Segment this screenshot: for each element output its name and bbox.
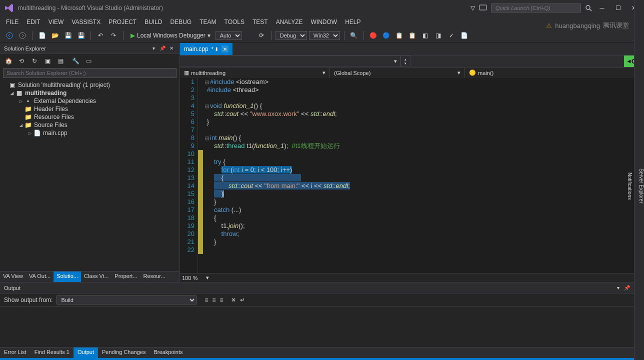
- va-icon-6[interactable]: ◨: [433, 30, 444, 41]
- maximize-button[interactable]: ☐: [612, 3, 624, 13]
- menu-window[interactable]: WINDOW: [306, 18, 341, 26]
- nav-dropdown[interactable]: ▾: [180, 56, 400, 67]
- va-icon-5[interactable]: ◧: [420, 30, 431, 41]
- save-icon[interactable]: 💾: [62, 30, 74, 41]
- undo-icon[interactable]: ↶: [95, 30, 106, 41]
- output-text[interactable]: [0, 306, 644, 347]
- output-tool-1[interactable]: ≡: [204, 296, 208, 304]
- home-icon[interactable]: 🏠: [3, 56, 14, 66]
- tab-find-results[interactable]: Find Results 1: [30, 348, 74, 358]
- tab-output[interactable]: Output: [74, 348, 98, 358]
- server-explorer-tab[interactable]: Server Explorer: [638, 168, 644, 203]
- panel-dropdown-icon[interactable]: ▾: [150, 44, 158, 52]
- new-project-icon[interactable]: 📄: [36, 30, 48, 41]
- solution-search-input[interactable]: [3, 68, 176, 78]
- config-platform-select[interactable]: Win32: [309, 31, 340, 40]
- config-debug-select[interactable]: Debug: [276, 31, 307, 40]
- cpp-file-icon: 📄: [33, 130, 41, 136]
- project-node[interactable]: ◢▦multithreading: [0, 89, 180, 97]
- properties-icon[interactable]: 🔧: [70, 56, 81, 66]
- nav-down-icon[interactable]: ▾: [404, 62, 406, 66]
- va-icon-8[interactable]: 📄: [459, 30, 470, 41]
- output-pin-icon[interactable]: 📌: [623, 284, 631, 292]
- menu-test[interactable]: TEST: [248, 18, 272, 26]
- menu-team[interactable]: TEAM: [196, 18, 220, 26]
- nav-back-icon[interactable]: [4, 30, 15, 41]
- sync-icon[interactable]: ⟲: [16, 56, 27, 66]
- va-icon-4[interactable]: 📋: [407, 30, 418, 41]
- output-clear-icon[interactable]: ✕: [231, 296, 236, 304]
- crumb-project[interactable]: ▦ multithreading▾: [180, 68, 330, 78]
- menu-analyze[interactable]: ANALYZE: [272, 18, 307, 26]
- solution-tree[interactable]: ▣Solution 'multithreading' (1 project) ◢…: [0, 80, 180, 271]
- tab-solution[interactable]: Solutio...: [54, 272, 81, 282]
- external-deps-node[interactable]: ▷▪External Dependencies: [0, 97, 180, 105]
- crumb-scope[interactable]: (Global Scope)▾: [330, 68, 465, 78]
- tab-close-icon[interactable]: ✕: [222, 46, 228, 52]
- menu-vassistx[interactable]: VASSISTX: [68, 18, 104, 26]
- tab-properties[interactable]: Propert...: [112, 272, 140, 282]
- output-wrap-icon[interactable]: ↵: [240, 296, 245, 304]
- collapse-icon[interactable]: ▣: [42, 56, 53, 66]
- source-files-node[interactable]: ◢📁Source Files: [0, 121, 180, 129]
- zoom-level[interactable]: 100 %: [182, 275, 206, 281]
- minimize-button[interactable]: ─: [596, 3, 608, 13]
- flag-icon[interactable]: ▽: [470, 4, 475, 12]
- show-all-icon[interactable]: ▤: [55, 56, 66, 66]
- va-icon-2[interactable]: 🔵: [381, 30, 392, 41]
- tab-class-view[interactable]: Class Vi...: [81, 272, 112, 282]
- menu-build[interactable]: BUILD: [140, 18, 166, 26]
- nav-forward-icon[interactable]: [17, 30, 28, 41]
- output-tool-2[interactable]: ≡: [212, 296, 216, 304]
- panel-pin-icon[interactable]: 📌: [158, 44, 166, 52]
- tab-resource[interactable]: Resour...: [140, 272, 168, 282]
- tab-pending-changes[interactable]: Pending Changes: [98, 348, 150, 358]
- tab-va-view[interactable]: VA View: [0, 272, 26, 282]
- output-source-select[interactable]: Build: [56, 296, 196, 304]
- menu-tools[interactable]: TOOLS: [220, 18, 248, 26]
- preview-icon[interactable]: ▭: [83, 56, 94, 66]
- tab-va-out[interactable]: VA Out...: [26, 272, 54, 282]
- menu-edit[interactable]: EDIT: [22, 18, 44, 26]
- va-icon-3[interactable]: 📋: [394, 30, 405, 41]
- panel-close-icon[interactable]: ✕: [168, 44, 176, 52]
- menu-debug[interactable]: DEBUG: [166, 18, 196, 26]
- crumb-function[interactable]: 🟡 main(): [465, 68, 644, 78]
- redo-icon[interactable]: ↷: [108, 30, 119, 41]
- code-editor[interactable]: 12345678910111213141516171819202122 ⊟#in…: [180, 78, 644, 273]
- bottom-tab-strip: Error List Find Results 1 Output Pending…: [0, 347, 644, 358]
- solution-icon: ▣: [8, 82, 16, 88]
- start-debug-button[interactable]: ▶ Local Windows Debugger ▾: [128, 32, 214, 39]
- main-cpp-node[interactable]: ▷📄main.cpp: [0, 129, 180, 137]
- solution-node[interactable]: ▣Solution 'multithreading' (1 project): [0, 81, 180, 89]
- project-icon: ▦: [15, 90, 23, 96]
- tab-breakpoints[interactable]: Breakpoints: [150, 348, 186, 358]
- nav-up-icon[interactable]: ▴: [404, 58, 406, 62]
- notifications-tab[interactable]: Notifications: [627, 172, 632, 200]
- refresh-icon[interactable]: ⟳: [256, 30, 267, 41]
- output-tool-3[interactable]: ≡: [220, 296, 223, 304]
- va-icon-1[interactable]: 🔴: [368, 30, 379, 41]
- config-auto-select[interactable]: Auto: [216, 31, 242, 40]
- find-icon[interactable]: 🔍: [348, 30, 360, 41]
- svg-point-1: [586, 6, 590, 10]
- refresh-tree-icon[interactable]: ↻: [29, 56, 40, 66]
- menu-view[interactable]: VIEW: [44, 18, 68, 26]
- folder-icon: 📁: [24, 106, 32, 112]
- editor-tab-main-cpp[interactable]: main.cpp * ⬇ ✕: [180, 43, 232, 55]
- resource-files-node[interactable]: 📁Resource Files: [0, 113, 180, 121]
- menu-help[interactable]: HELP: [341, 18, 364, 26]
- svg-line-2: [590, 9, 592, 11]
- output-dropdown-icon[interactable]: ▾: [614, 284, 622, 292]
- quick-launch-input[interactable]: [491, 4, 581, 12]
- va-icon-7[interactable]: ✓: [446, 30, 457, 41]
- tab-error-list[interactable]: Error List: [0, 348, 30, 358]
- open-file-icon[interactable]: 📂: [50, 30, 60, 41]
- menu-project[interactable]: PROJECT: [104, 18, 140, 26]
- menu-file[interactable]: FILE: [2, 18, 22, 26]
- save-all-icon[interactable]: 💾: [76, 30, 86, 41]
- search-icon[interactable]: [585, 4, 592, 12]
- solution-explorer-panel: Solution Explorer ▾ 📌 ✕ 🏠 ⟲ ↻ ▣ ▤ 🔧 ▭ ▣S…: [0, 43, 180, 282]
- feedback-icon[interactable]: [479, 4, 487, 12]
- header-files-node[interactable]: 📁Header Files: [0, 105, 180, 113]
